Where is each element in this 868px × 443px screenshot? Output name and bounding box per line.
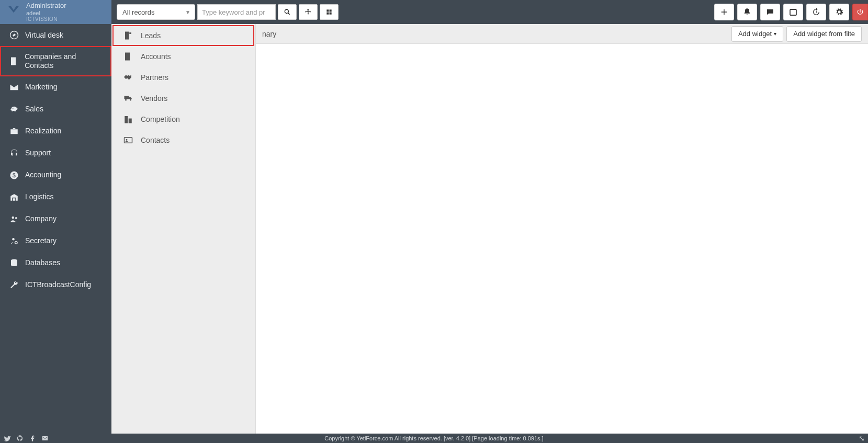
chevron-down-icon: ▼ — [185, 9, 190, 15]
submenu-item-accounts[interactable]: Accounts — [112, 46, 254, 67]
warehouse-icon — [7, 192, 21, 202]
github-icon[interactable] — [16, 435, 24, 442]
calendar-icon — [789, 8, 797, 16]
add-widget-from-filter-button[interactable]: Add widget from filte — [786, 26, 862, 42]
grid-icon — [325, 8, 333, 16]
main: nary Add widget ▾ Add widget from filte — [256, 24, 868, 443]
users-icon — [7, 214, 21, 224]
user-block[interactable]: Administrator adeel ICTVISSION — [0, 0, 111, 24]
sidebar-item-secretary[interactable]: Secretary — [0, 230, 111, 252]
settings-button[interactable] — [829, 4, 849, 20]
sidebar-item-virtual-desk[interactable]: Virtual desk — [0, 24, 111, 46]
sidebar-item-label: Accounting — [25, 171, 61, 179]
submenu-item-label: Accounts — [141, 52, 171, 61]
sidebar-item-support[interactable]: Support — [0, 142, 111, 164]
gear-icon — [835, 8, 843, 16]
search-input[interactable] — [197, 4, 276, 20]
sidebar-item-label: Databases — [25, 258, 60, 267]
submenu-item-label: Vendors — [141, 94, 167, 103]
notifications-button[interactable] — [737, 4, 757, 20]
truck-icon — [121, 94, 136, 103]
topbar-actions — [714, 4, 868, 20]
topbar: Administrator adeel ICTVISSION All recor… — [0, 0, 868, 24]
main-content — [256, 44, 868, 443]
sidebar-item-companies-and-contacts[interactable]: Companies and Contacts — [0, 46, 111, 76]
sidebar-item-label: Virtual desk — [25, 31, 63, 40]
submenu-item-leads[interactable]: Leads — [112, 25, 254, 46]
sidebar-item-logistics[interactable]: Logistics — [0, 186, 111, 208]
submenu-item-competition[interactable]: Competition — [112, 109, 254, 130]
piggy-icon — [7, 105, 21, 114]
breadcrumb-fragment: nary — [262, 30, 276, 38]
chevron-down-icon: ▾ — [774, 31, 776, 37]
main-header: nary Add widget ▾ Add widget from filte — [256, 24, 868, 44]
buildings-icon — [121, 115, 136, 124]
user-role: Administrator — [26, 2, 66, 9]
briefcase-icon — [7, 127, 21, 136]
logout-button[interactable] — [852, 4, 868, 20]
twitter-icon[interactable] — [3, 435, 12, 442]
wrench-icon — [7, 280, 21, 290]
footer-text: Copyright © YetiForce.com All rights res… — [324, 435, 543, 441]
handshake-icon — [121, 73, 136, 82]
sidebar-item-label: Company — [25, 214, 57, 223]
move-button[interactable] — [299, 4, 318, 20]
submenu-item-partners[interactable]: Partners — [112, 67, 254, 88]
sidebar-item-accounting[interactable]: Accounting — [0, 164, 111, 186]
search-button[interactable] — [278, 4, 297, 20]
body: Virtual deskCompanies and ContactsMarket… — [0, 24, 868, 443]
footer: Copyright © YetiForce.com All rights res… — [0, 434, 868, 443]
records-select-label: All records — [122, 8, 154, 16]
chat-button[interactable] — [760, 4, 780, 20]
sidebar-item-sales[interactable]: Sales — [0, 98, 111, 120]
history-button[interactable] — [806, 4, 826, 20]
sidebar-item-ictbroadcastconfig[interactable]: ICTBroadcastConfig — [0, 274, 111, 296]
add-widget-label: Add widget — [738, 30, 772, 38]
user-name: adeel — [26, 10, 66, 16]
sidebar-item-label: Sales — [25, 105, 43, 113]
sidebar-item-label: Realization — [25, 127, 61, 135]
sidebar-item-realization[interactable]: Realization — [0, 120, 111, 142]
add-button[interactable] — [714, 4, 734, 20]
database-icon — [7, 258, 21, 268]
sidebar-item-label: Secretary — [25, 236, 57, 245]
headset-icon — [7, 149, 21, 158]
sidebar-item-marketing[interactable]: Marketing — [0, 76, 111, 98]
submenu-item-contacts[interactable]: Contacts — [112, 130, 254, 151]
sidebar-item-label: Marketing — [25, 83, 57, 92]
grid-button[interactable] — [320, 4, 339, 20]
sidebar-item-label: Companies and Contacts — [25, 52, 104, 70]
building-flag-icon — [121, 31, 136, 40]
mail-icon[interactable] — [41, 435, 49, 442]
sidebar-item-label: Support — [25, 149, 51, 157]
history-icon — [812, 8, 820, 16]
submenu-item-vendors[interactable]: Vendors — [112, 88, 254, 109]
calendar-button[interactable] — [783, 4, 803, 20]
compass-icon — [7, 30, 21, 40]
add-widget-button[interactable]: Add widget ▾ — [731, 26, 783, 42]
app-logo-icon — [4, 3, 23, 21]
person-cog-icon — [7, 236, 21, 246]
user-company: ICTVISSION — [26, 16, 66, 22]
records-select[interactable]: All records ▼ — [117, 4, 195, 20]
sidebar-item-company[interactable]: Company — [0, 208, 111, 230]
sidebar-item-databases[interactable]: Databases — [0, 252, 111, 274]
add-widget-from-filter-label: Add widget from filte — [793, 30, 855, 38]
submenu-item-label: Competition — [141, 115, 180, 123]
submenu-item-label: Leads — [141, 31, 161, 40]
building-icon — [121, 52, 136, 61]
submenu-item-label: Partners — [141, 73, 168, 82]
facebook-icon[interactable] — [28, 435, 37, 442]
move-icon — [305, 8, 312, 16]
envelope-icon — [7, 83, 21, 92]
resize-handle-icon: ⤡ — [859, 434, 865, 442]
building-icon — [7, 56, 20, 66]
search-group: All records ▼ — [117, 4, 339, 20]
sidebar-item-label: ICTBroadcastConfig — [25, 280, 91, 289]
sidebar: Virtual deskCompanies and ContactsMarket… — [0, 24, 111, 443]
plus-icon — [720, 8, 728, 16]
submenu-item-label: Contacts — [141, 136, 170, 144]
address-card-icon — [121, 135, 136, 145]
bell-icon — [743, 8, 751, 16]
search-icon — [284, 8, 291, 16]
